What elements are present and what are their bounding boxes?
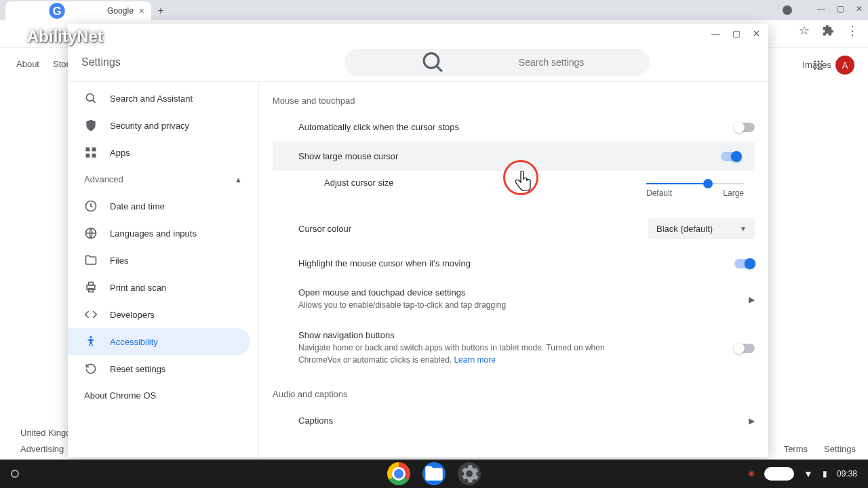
svg-point-13 (86, 94, 94, 101)
minimize-icon[interactable]: — (816, 4, 826, 14)
status-tray[interactable]: ▼ ▮ 09:38 (748, 467, 857, 481)
settings-title: Settings (81, 56, 121, 68)
bg-nav: About Store (16, 59, 74, 69)
svg-text:G: G (53, 5, 62, 17)
recording-indicator-icon[interactable] (748, 470, 755, 477)
svg-rect-18 (92, 154, 96, 158)
apps-grid-icon[interactable] (812, 59, 825, 71)
svg-point-10 (821, 68, 823, 70)
svg-rect-22 (89, 283, 94, 285)
close-icon[interactable]: × (139, 5, 144, 16)
folder-icon (84, 253, 98, 267)
section-audio-captions: Audio and captions (259, 382, 768, 406)
svg-rect-16 (92, 148, 96, 152)
sidebar-item-security[interactable]: Security and privacy (68, 112, 258, 139)
browser-tab[interactable]: G Google × (5, 1, 151, 20)
bg-about-link[interactable]: About (16, 59, 39, 69)
row-subtitle: Navigate home or back and switch apps wi… (298, 342, 610, 366)
chrome-app-icon[interactable] (387, 462, 410, 485)
settings-maximize-icon[interactable]: ▢ (732, 28, 741, 39)
search-icon (357, 49, 509, 76)
reset-icon (84, 362, 98, 375)
shelf: ▼ ▮ 09:38 (0, 460, 868, 488)
auto-click-toggle[interactable] (734, 123, 755, 132)
bookmark-star-icon[interactable]: ☆ (799, 23, 810, 38)
sidebar-item-languages[interactable]: Languages and inputs (68, 220, 258, 247)
nav-buttons-toggle[interactable] (734, 344, 755, 353)
bg-advertising-link[interactable]: Advertising (20, 444, 64, 454)
row-label: Open mouse and touchpad device settings (298, 287, 465, 298)
row-open-device-settings[interactable]: Open mouse and touchpad device settings … (259, 278, 768, 321)
sidebar-item-label: Apps (110, 148, 130, 158)
sidebar-item-apps[interactable]: Apps (68, 139, 258, 166)
row-highlight-moving: Highlight the mouse cursor when it's mov… (259, 249, 768, 278)
sidebar-item-print[interactable]: Print and scan (68, 274, 258, 301)
apps-icon (84, 146, 98, 159)
row-label: Adjust cursor size (324, 178, 394, 188)
svg-point-3 (818, 60, 820, 62)
settings-minimize-icon[interactable]: — (711, 28, 720, 39)
svg-line-12 (437, 66, 442, 70)
row-label: Captions (298, 415, 333, 426)
google-favicon-icon: G (12, 1, 102, 20)
highlight-moving-toggle[interactable] (734, 259, 755, 268)
row-label: Show navigation buttons (298, 330, 395, 340)
settings-app-icon[interactable] (458, 462, 481, 485)
row-nav-buttons: Show navigation buttons Navigate home or… (259, 321, 768, 375)
sidebar-item-label: Developers (110, 310, 155, 320)
sidebar-item-accessibility[interactable]: Accessibility (68, 328, 250, 355)
files-app-icon[interactable] (422, 462, 446, 485)
profile-dot-icon[interactable] (783, 5, 792, 15)
sidebar-advanced-toggle[interactable]: Advanced ▲ (68, 166, 258, 192)
settings-close-icon[interactable]: ✕ (753, 28, 760, 39)
notification-pill[interactable] (764, 467, 794, 481)
settings-search[interactable] (344, 49, 650, 76)
sidebar-item-datetime[interactable]: Date and time (68, 192, 258, 220)
sidebar-item-search-assistant[interactable]: Search and Assistant (68, 85, 258, 112)
row-label: Highlight the mouse cursor when it's mov… (298, 258, 471, 268)
clock: 09:38 (837, 469, 857, 479)
search-input[interactable] (519, 57, 637, 68)
row-subtitle: Allows you to enable/disable tap-to-clic… (298, 299, 506, 311)
sidebar-item-label: Accessibility (110, 337, 158, 347)
settings-titlebar: — ▢ ✕ (68, 24, 768, 43)
svg-point-8 (814, 68, 816, 70)
extensions-icon[interactable] (822, 24, 834, 37)
new-tab-button[interactable]: + (151, 1, 170, 20)
slider-max-label: Large (723, 188, 744, 198)
svg-point-11 (424, 53, 439, 68)
bg-settings-link[interactable]: Settings (824, 444, 856, 454)
row-label: Automatically click when the cursor stop… (298, 122, 459, 132)
large-cursor-toggle[interactable] (721, 152, 741, 161)
maximize-icon[interactable]: ▢ (835, 4, 845, 14)
close-window-icon[interactable]: ✕ (854, 4, 864, 14)
sidebar-item-label: Languages and inputs (110, 228, 197, 239)
learn-more-link[interactable]: Learn more (454, 355, 495, 365)
cursor-size-slider[interactable] (646, 183, 744, 184)
account-avatar[interactable]: A (835, 56, 854, 75)
sidebar-item-developers[interactable]: Developers (68, 301, 258, 328)
dropdown-value: Black (default) (656, 224, 713, 234)
section-mouse-touchpad: Mouse and touchpad (259, 89, 768, 113)
svg-point-4 (821, 60, 823, 62)
svg-point-2 (814, 60, 816, 62)
sidebar-about-chrome-os[interactable]: About Chrome OS (68, 382, 258, 409)
sidebar-item-files[interactable]: Files (68, 247, 258, 274)
kebab-menu-icon[interactable]: ⋮ (846, 23, 859, 38)
row-captions[interactable]: Captions ▶ (259, 406, 768, 435)
sidebar-item-reset[interactable]: Reset settings (68, 355, 258, 382)
chevron-right-icon: ▶ (749, 295, 755, 304)
row-label: Cursor colour (298, 224, 351, 234)
bg-terms-link[interactable]: Terms (784, 444, 808, 454)
shield-icon (84, 119, 98, 132)
svg-point-24 (90, 336, 92, 338)
slider-thumb[interactable] (703, 179, 713, 188)
sidebar-item-label: Security and privacy (110, 121, 189, 131)
cursor-colour-dropdown[interactable]: Black (default) ▼ (648, 218, 755, 239)
launcher-button[interactable] (11, 470, 19, 478)
sidebar-item-label: Search and Assistant (110, 94, 193, 104)
window-controls: — ▢ ✕ (816, 4, 864, 14)
settings-content[interactable]: Mouse and touchpad Automatically click w… (259, 82, 768, 458)
printer-icon (84, 281, 98, 294)
chevron-up-icon: ▲ (235, 176, 242, 184)
